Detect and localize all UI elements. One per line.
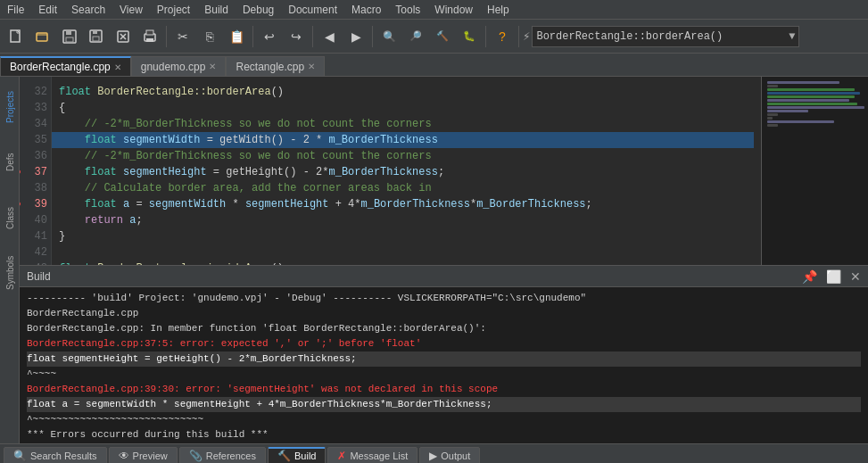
combo-dropdown-icon[interactable]: ▼ bbox=[789, 30, 795, 43]
close-button[interactable] bbox=[111, 24, 136, 49]
back-button[interactable]: ◀ bbox=[317, 24, 342, 49]
svg-rect-8 bbox=[93, 37, 99, 41]
menu-build[interactable]: Build bbox=[197, 2, 236, 18]
preview-icon: 👁 bbox=[119, 450, 129, 462]
code-editor[interactable]: 32 33 34 35 36 ● 37 38 ● 39 40 41 bbox=[20, 77, 868, 265]
menu-help[interactable]: Help bbox=[480, 2, 517, 18]
output-icon: ▶ bbox=[429, 450, 437, 462]
save-button[interactable] bbox=[57, 24, 82, 49]
menu-debug[interactable]: Debug bbox=[236, 2, 281, 18]
copy-button[interactable]: ⎘ bbox=[197, 24, 222, 49]
sidebar-item-symbols[interactable]: Symbols bbox=[1, 246, 19, 300]
sidebar-item-defs[interactable]: Defs bbox=[1, 136, 19, 189]
build-line-7: BorderRectangle.cpp:39:30: error: 'segme… bbox=[27, 382, 861, 397]
debug-button[interactable]: 🐛 bbox=[457, 24, 482, 49]
tabs-area: BorderRectangle.cpp ✕ gnudemo.cpp ✕ Rect… bbox=[0, 54, 868, 77]
tab-rectangle-cpp[interactable]: Rectangle.cpp ✕ bbox=[226, 56, 325, 76]
bottom-tab-label-preview: Preview bbox=[133, 451, 168, 461]
replace-button[interactable]: 🔎 bbox=[403, 24, 428, 49]
forward-button[interactable]: ▶ bbox=[343, 24, 368, 49]
toolbar-separator-2 bbox=[252, 26, 253, 47]
bottom-tab-message-list[interactable]: ✗ Message List bbox=[327, 447, 417, 464]
tab-label-1: gnudemo.cpp bbox=[141, 61, 206, 73]
tab-close-2[interactable]: ✕ bbox=[308, 62, 315, 71]
bottom-tab-label-output: Output bbox=[441, 451, 470, 461]
build-close-button[interactable]: ✕ bbox=[850, 269, 861, 284]
toolbar-separator-5 bbox=[485, 26, 486, 47]
toolbar: ✂ ⎘ 📋 ↩ ↪ ◀ ▶ 🔍 🔎 🔨 🐛 ? ⚡ BorderRectangl… bbox=[0, 20, 868, 54]
bottom-tab-label-message: Message List bbox=[350, 451, 408, 461]
bottom-tab-label-build: Build bbox=[294, 451, 316, 461]
breakpoint-39: ● bbox=[20, 196, 23, 212]
code-line-43: float BorderRectangle::insideArea() bbox=[59, 260, 754, 265]
minimap bbox=[761, 77, 868, 265]
redo-button[interactable]: ↪ bbox=[284, 24, 309, 49]
build-line-1: ---------- 'build' Project: 'gnudemo.vpj… bbox=[27, 291, 861, 306]
tab-close-1[interactable]: ✕ bbox=[209, 62, 216, 71]
help-button[interactable]: ? bbox=[490, 24, 515, 49]
symbol-combo-value: BorderRectangle::borderArea() bbox=[536, 30, 789, 43]
bottom-tab-search-results[interactable]: 🔍 Search Results bbox=[4, 447, 107, 464]
code-line-40: return a; bbox=[59, 212, 754, 228]
search-results-icon: 🔍 bbox=[13, 450, 27, 462]
sidebar-item-projects[interactable]: Projects bbox=[1, 80, 19, 134]
symbol-combo[interactable]: BorderRectangle::borderArea() ▼ bbox=[532, 26, 799, 47]
code-content[interactable]: float BorderRectangle::borderArea() { //… bbox=[52, 77, 761, 265]
menu-project[interactable]: Project bbox=[150, 2, 197, 18]
menu-document[interactable]: Document bbox=[281, 2, 344, 18]
menubar: File Edit Search View Project Build Debu… bbox=[0, 0, 868, 20]
bottom-tab-label-references: References bbox=[206, 451, 256, 461]
code-line-41: } bbox=[59, 228, 754, 244]
tab-border-rectangle-cpp[interactable]: BorderRectangle.cpp ✕ bbox=[0, 56, 131, 76]
code-line-35: float segmentWidth = getWidth() - 2 * m_… bbox=[52, 132, 754, 148]
paste-button[interactable]: 📋 bbox=[224, 24, 249, 49]
tab-label-2: Rectangle.cpp bbox=[236, 61, 304, 73]
build-line-10: *** Errors occurred during this build **… bbox=[27, 427, 861, 442]
menu-search[interactable]: Search bbox=[64, 2, 112, 18]
build-pin-button[interactable]: 📌 bbox=[802, 269, 817, 284]
menu-window[interactable]: Window bbox=[427, 2, 480, 18]
menu-file[interactable]: File bbox=[0, 2, 31, 18]
bottom-tab-label-search: Search Results bbox=[30, 451, 97, 461]
editor-area: 32 33 34 35 36 ● 37 38 ● 39 40 41 bbox=[20, 77, 868, 443]
build-line-2: BorderRectangle.cpp bbox=[27, 306, 861, 321]
code-line-39: float a = segmentWidth * segmentHeight +… bbox=[59, 196, 754, 212]
left-sidebar: Projects Defs Class Symbols bbox=[0, 77, 20, 443]
menu-macro[interactable]: Macro bbox=[344, 2, 388, 18]
bottom-tabs: 🔍 Search Results 👁 Preview 📎 References … bbox=[0, 443, 868, 463]
build-maximize-button[interactable]: ⬜ bbox=[826, 269, 841, 284]
bottom-tab-references[interactable]: 📎 References bbox=[179, 447, 266, 464]
svg-rect-13 bbox=[146, 30, 153, 35]
print-button[interactable] bbox=[137, 24, 162, 49]
build-line-9: ^~~~~~~~~~~~~~~~~~~~~~~~~~~~~~ bbox=[27, 412, 861, 427]
build-title: Build bbox=[27, 270, 51, 283]
toolbar-separator-3 bbox=[312, 26, 313, 47]
svg-rect-2 bbox=[37, 33, 47, 41]
save-all-button[interactable] bbox=[84, 24, 109, 49]
tab-close-0[interactable]: ✕ bbox=[114, 62, 121, 72]
build-content: ---------- 'build' Project: 'gnudemo.vpj… bbox=[20, 287, 868, 443]
svg-rect-14 bbox=[146, 38, 153, 42]
build-line-3: BorderRectangle.cpp: In member function … bbox=[27, 321, 861, 336]
open-button[interactable] bbox=[30, 24, 55, 49]
new-button[interactable] bbox=[4, 24, 29, 49]
bottom-tab-build[interactable]: 🔨 Build bbox=[268, 447, 326, 464]
undo-button[interactable]: ↩ bbox=[257, 24, 282, 49]
code-line-32: float BorderRectangle::borderArea() bbox=[59, 84, 754, 100]
find-button[interactable]: 🔍 bbox=[376, 24, 401, 49]
tab-label-0: BorderRectangle.cpp bbox=[10, 61, 111, 73]
tab-gnudemo-cpp[interactable]: gnudemo.cpp ✕ bbox=[131, 56, 227, 76]
toolbar-separator-6 bbox=[518, 26, 519, 47]
build-line-4: BorderRectangle.cpp:37:5: error: expecte… bbox=[27, 336, 861, 351]
code-line-34: // -2*m_BorderThickness so we do not cou… bbox=[59, 116, 754, 132]
build-toolbar-button[interactable]: 🔨 bbox=[430, 24, 455, 49]
cut-button[interactable]: ✂ bbox=[170, 24, 195, 49]
sidebar-item-class[interactable]: Class bbox=[1, 191, 19, 244]
menu-tools[interactable]: Tools bbox=[388, 2, 427, 18]
menu-view[interactable]: View bbox=[112, 2, 150, 18]
menu-edit[interactable]: Edit bbox=[31, 2, 64, 18]
bottom-tab-preview[interactable]: 👁 Preview bbox=[109, 447, 178, 464]
code-line-38: // Calculate border area, add the corner… bbox=[59, 180, 754, 196]
bottom-tab-output[interactable]: ▶ Output bbox=[419, 447, 480, 464]
svg-rect-7 bbox=[93, 30, 97, 34]
